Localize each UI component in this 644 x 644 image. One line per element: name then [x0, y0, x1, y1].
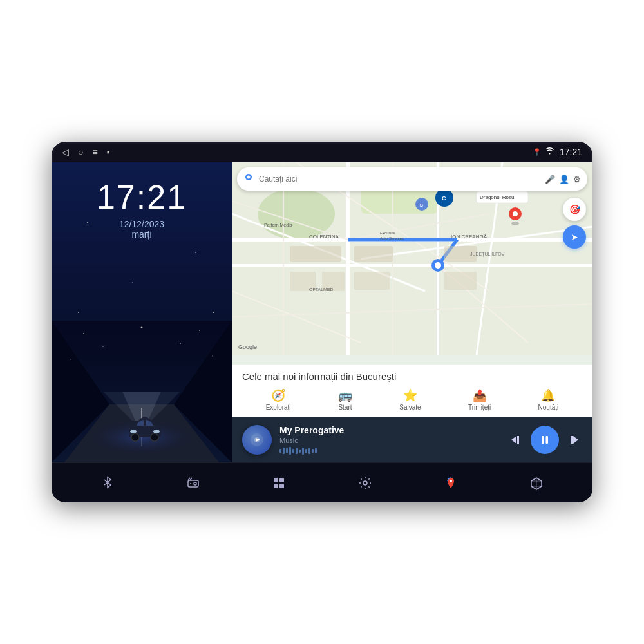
search-actions: 🎤 👤 ⚙: [545, 175, 581, 184]
saved-icon: ⭐: [403, 388, 417, 402]
waveform-bar-4: [289, 447, 291, 455]
svg-text:OFTALMED: OFTALMED: [309, 287, 334, 292]
radio-dock-item[interactable]: [181, 473, 205, 493]
news-icon: 🔔: [541, 388, 555, 402]
wifi-icon: [545, 147, 554, 157]
previous-button[interactable]: [507, 431, 524, 448]
waveform-bar-3: [286, 448, 288, 453]
menu-icon[interactable]: ≡: [92, 147, 97, 157]
svg-text:ION CREANGĂ: ION CREANGĂ: [451, 234, 488, 240]
back-icon[interactable]: ◁: [62, 147, 69, 157]
apps-icon: [272, 476, 286, 490]
waveform-bar-1: [279, 449, 281, 453]
location-icon: 📍: [533, 148, 542, 156]
right-panel: COLENTINA ION CREANGĂ OFTALMED C Dragonu…: [232, 162, 592, 462]
search-bar[interactable]: 🎤 👤 ⚙: [237, 167, 587, 191]
clock-day: marți: [97, 229, 187, 240]
left-panel: 17:21 12/12/2023 marți: [52, 162, 232, 462]
music-info: My Prerogative Music: [279, 425, 500, 455]
svg-point-69: [513, 211, 518, 216]
svg-point-13: [131, 433, 139, 441]
explore-nav[interactable]: 🧭 Explorați: [266, 388, 291, 411]
svg-text:Pattern Media: Pattern Media: [264, 223, 292, 227]
clock-status: 17:21: [560, 147, 582, 157]
svg-point-91: [450, 480, 452, 482]
svg-rect-77: [542, 436, 544, 444]
music-player: My Prerogative Music: [232, 417, 592, 462]
news-nav[interactable]: 🔔 Noutăți: [538, 388, 559, 411]
svg-point-72: [247, 176, 251, 179]
maps-dock-item[interactable]: [439, 473, 463, 493]
svg-point-67: [511, 222, 519, 225]
settings-dock-item[interactable]: [353, 473, 377, 493]
saved-nav[interactable]: ⭐ Salvate: [399, 388, 421, 411]
waveform-bar-11: [312, 449, 314, 453]
explore-label: Explorați: [266, 404, 291, 411]
svg-text:Google: Google: [238, 344, 257, 350]
search-input[interactable]: [259, 175, 545, 184]
svg-rect-88: [274, 484, 278, 488]
next-button[interactable]: [565, 431, 582, 448]
svg-text:C: C: [442, 195, 446, 202]
waveform-bar-6: [296, 448, 298, 454]
navigate-button[interactable]: ➤: [563, 225, 586, 249]
car-scene: [52, 321, 232, 462]
svg-point-18: [102, 346, 104, 347]
bluetooth-icon: [100, 476, 115, 490]
svg-text:B: B: [420, 203, 423, 207]
profile-icon[interactable]: 👤: [559, 175, 569, 184]
music-waveform: [279, 447, 500, 455]
svg-point-82: [194, 482, 196, 485]
start-nav[interactable]: 🚌 Start: [338, 388, 352, 411]
svg-point-15: [83, 333, 84, 334]
start-icon: 🚌: [338, 388, 352, 402]
status-right: 📍 17:21: [533, 147, 582, 157]
svg-rect-43: [354, 246, 393, 262]
svg-rect-86: [274, 478, 278, 482]
svg-point-11: [130, 430, 137, 433]
svg-rect-47: [444, 272, 477, 290]
svg-point-19: [180, 343, 181, 344]
google-maps-dock-icon: [444, 476, 458, 490]
news-label: Noutăți: [538, 404, 559, 411]
svg-text:Dragonul Roșu: Dragonul Roșu: [480, 194, 514, 200]
square-icon[interactable]: ▪: [107, 147, 110, 157]
waveform-bar-5: [292, 449, 294, 453]
clock-section: 17:21 12/12/2023 marți: [97, 162, 187, 240]
svg-marker-75: [511, 436, 516, 444]
svg-rect-42: [290, 246, 341, 262]
apps-dock-item[interactable]: [267, 473, 291, 493]
music-source: Music: [279, 437, 500, 444]
play-pause-button[interactable]: [531, 426, 559, 454]
svg-text:Exquisite: Exquisite: [380, 231, 396, 235]
svg-point-12: [153, 430, 160, 433]
share-icon: 📤: [473, 388, 487, 402]
bluetooth-dock-item[interactable]: [95, 473, 120, 493]
cube-icon: [529, 476, 544, 490]
map-container: COLENTINA ION CREANGĂ OFTALMED C Dragonu…: [232, 162, 592, 365]
map-info-title: Cele mai noi informații din București: [242, 371, 582, 382]
explore-icon: 🧭: [271, 388, 285, 402]
cube-dock-item[interactable]: [524, 473, 549, 493]
svg-rect-87: [279, 478, 284, 482]
options-icon[interactable]: ⚙: [573, 175, 581, 184]
map-info: Cele mai noi informații din București 🧭 …: [232, 365, 592, 417]
waveform-bar-9: [305, 449, 307, 453]
svg-point-17: [141, 327, 143, 328]
music-controls: [507, 426, 582, 454]
home-icon[interactable]: ○: [78, 147, 83, 157]
status-bar: ◁ ○ ≡ ▪ 📍 17:21: [52, 142, 592, 162]
svg-text:Auto Services: Auto Services: [380, 236, 404, 240]
location-button[interactable]: 🎯: [563, 198, 586, 221]
share-nav[interactable]: 📤 Trimițeți: [468, 388, 491, 411]
svg-rect-80: [571, 436, 573, 444]
waveform-bar-8: [302, 448, 304, 455]
svg-rect-48: [354, 272, 390, 290]
svg-marker-79: [573, 436, 578, 444]
waveform-bar-7: [299, 450, 301, 453]
microphone-icon[interactable]: 🎤: [545, 175, 555, 184]
svg-text:JUDEȚUL ILFOV: JUDEȚUL ILFOV: [470, 252, 505, 257]
waveform-bar-12: [315, 448, 317, 453]
settings-icon: [358, 476, 372, 490]
google-maps-icon: [243, 173, 254, 185]
